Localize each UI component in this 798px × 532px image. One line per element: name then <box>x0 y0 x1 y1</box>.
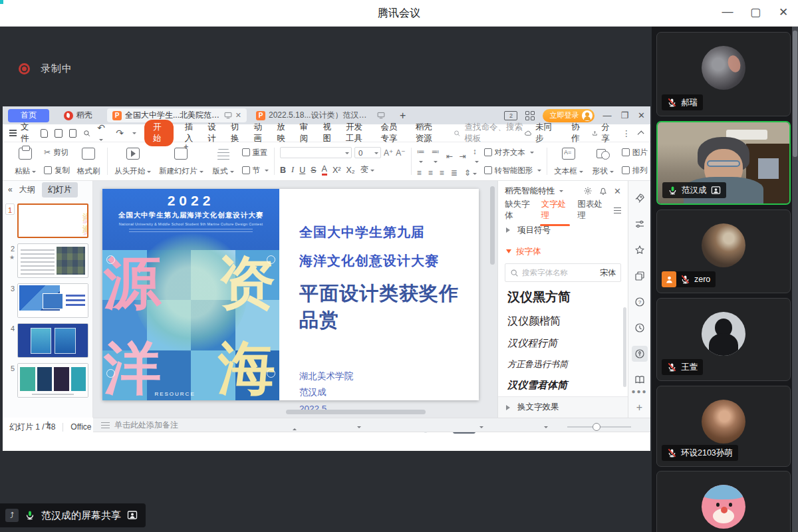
smart-graphic-button[interactable]: 转智能图形 <box>484 165 542 176</box>
close-panel-icon[interactable]: ✕ <box>614 186 621 196</box>
text-direction-icon[interactable]: ↕ <box>473 147 479 166</box>
copy-button[interactable]: 复制 <box>44 165 70 176</box>
tab-missing-fonts[interactable]: 缺失字体 <box>505 199 532 221</box>
bullet-list-icon[interactable]: ≔ <box>417 147 425 166</box>
bullets-section[interactable]: 项目符号 <box>498 219 628 241</box>
workspace-grid-icon[interactable] <box>525 111 535 120</box>
text-effect-section[interactable]: 换文字效果 <box>498 396 628 418</box>
current-slide[interactable]: 2022 全国大中学生第九届海洋文化创意设计大赛 National Univer… <box>102 189 479 400</box>
history-icon[interactable] <box>632 320 648 336</box>
more-tools-icon[interactable]: ●●● <box>631 388 647 395</box>
arrange-button[interactable]: 排列 <box>622 165 650 176</box>
output-icon[interactable] <box>55 129 63 138</box>
undo-button[interactable]: ↶ <box>97 122 109 144</box>
by-font-section[interactable]: 按字体 <box>498 241 628 262</box>
share-arrow-icon[interactable]: ⤴ <box>5 509 19 522</box>
font-item[interactable]: 汉仪程行简 <box>507 337 618 350</box>
save-icon[interactable] <box>41 129 49 138</box>
panel-menu-icon[interactable] <box>614 207 621 213</box>
font-search-input[interactable] <box>522 269 597 277</box>
docer-panel-icon[interactable] <box>632 346 648 362</box>
tab-chart-processing[interactable]: 图表处理 <box>578 199 605 221</box>
collapse-panel-icon[interactable]: « <box>8 185 13 194</box>
slide-thumbnail-3[interactable] <box>17 283 88 318</box>
canvas-horizontal-scrollbar[interactable] <box>286 410 426 414</box>
panel-scrollbar[interactable] <box>623 307 626 387</box>
redo-button[interactable]: ↷ <box>116 128 124 138</box>
menu-view[interactable]: 视图 <box>323 122 334 144</box>
window-arrange-icon[interactable]: 2 <box>504 111 517 120</box>
menu-devtools[interactable]: 开发工具 <box>346 122 369 144</box>
slide-thumbnail-1[interactable] <box>17 203 88 238</box>
decrease-font-icon[interactable]: A⁻ <box>396 148 405 158</box>
line-spacing-icon[interactable]: ⇕ <box>464 168 477 178</box>
slide-thumbnail-5[interactable] <box>17 363 88 398</box>
more-menu-icon[interactable]: ⋮ <box>622 128 630 138</box>
help-icon[interactable] <box>632 294 648 310</box>
layout-button[interactable]: 版式 <box>210 145 237 178</box>
menu-docer-resource[interactable]: 稻壳资源 <box>416 122 439 144</box>
font-item[interactable]: 方正鲁迅行书简 <box>507 358 618 370</box>
text-box-button[interactable]: 文本框 <box>553 145 585 178</box>
wps-minimize-button[interactable]: — <box>602 110 611 120</box>
zoom-slider[interactable] <box>567 426 631 428</box>
login-button[interactable]: 立即登录 <box>543 109 595 122</box>
more-caret-icon[interactable] <box>132 132 136 136</box>
format-painter-button[interactable]: 格式刷 <box>75 145 102 178</box>
picture-button[interactable]: 图片 <box>622 147 650 158</box>
menu-slideshow[interactable]: 放映 <box>277 122 289 144</box>
participant-tile[interactable]: 环设2103赵瑜 <box>656 471 791 532</box>
font-color-button[interactable]: A <box>322 164 327 176</box>
wps-close-button[interactable]: ✕ <box>638 110 645 120</box>
subscript-button[interactable]: X₂ <box>346 166 354 175</box>
add-tool-icon[interactable]: + <box>636 402 642 414</box>
wps-restore-button[interactable]: ❐ <box>620 110 628 120</box>
preview-icon[interactable] <box>83 129 90 138</box>
superscript-button[interactable]: X² <box>332 166 341 175</box>
maximize-button[interactable]: ▢ <box>749 5 762 19</box>
menu-insert[interactable]: 插入 <box>185 122 197 144</box>
menu-review[interactable]: 审阅 <box>300 122 312 144</box>
bell-icon[interactable] <box>598 186 608 196</box>
minimize-button[interactable]: — <box>721 5 734 19</box>
quick-tools-icon[interactable] <box>632 190 648 206</box>
notes-bar[interactable]: 单击此处添加备注 <box>93 418 650 432</box>
add-slide-button[interactable]: + <box>45 418 51 430</box>
reference-icon[interactable] <box>632 372 648 388</box>
share-button[interactable]: 分享 <box>592 122 612 144</box>
play-options-caret[interactable] <box>479 426 483 430</box>
slide-thumbnail-4[interactable] <box>17 323 88 358</box>
command-search[interactable]: 查找命令、搜索模板 <box>454 122 525 144</box>
close-tab-icon[interactable]: ✕ <box>235 111 241 120</box>
sidebar-scrollbar[interactable] <box>792 27 798 532</box>
tab-docer[interactable]: 稻壳 <box>53 110 103 121</box>
slide-canvas[interactable]: 2022 全国大中学生第九届海洋文化创意设计大赛 National Univer… <box>93 181 497 418</box>
print-icon[interactable] <box>69 129 77 138</box>
sync-status[interactable]: 未同步 <box>525 122 553 144</box>
font-family-select[interactable] <box>280 147 352 158</box>
effects-icon[interactable] <box>632 242 648 258</box>
outline-tab[interactable]: 大纲 <box>19 184 35 196</box>
slide-thumbnail-2[interactable] <box>17 243 88 278</box>
number-list-icon[interactable]: ≕ <box>432 147 440 166</box>
menu-start[interactable]: 开始 <box>144 120 174 146</box>
tab-home[interactable]: 首页 <box>8 109 49 122</box>
panel-title-caret-icon[interactable] <box>559 190 563 194</box>
font-filter[interactable]: 宋体 <box>600 267 616 279</box>
canvas-vertical-scrollbar[interactable] <box>490 186 495 265</box>
increase-font-icon[interactable]: A⁺ <box>384 148 393 158</box>
new-slide-button[interactable]: 新建幻灯片 <box>158 145 205 178</box>
section-button[interactable]: 节 <box>242 165 269 176</box>
participant-tile[interactable]: 范汉成 <box>656 121 791 205</box>
font-item[interactable]: 汉仪雪君体简 <box>507 379 618 392</box>
font-search-box[interactable]: 宋体 <box>505 263 621 282</box>
increase-indent-icon[interactable]: ⇥ <box>460 152 466 161</box>
align-text-button[interactable]: 对齐文本 <box>484 147 542 158</box>
font-item[interactable]: 汉仪颜楷简 <box>507 315 618 329</box>
properties-icon[interactable] <box>632 216 648 232</box>
decrease-indent-icon[interactable]: ⇤ <box>446 152 453 161</box>
participant-tile[interactable]: 环设2103孙萌 <box>656 386 791 467</box>
shapes-button[interactable]: 形状 <box>590 145 616 178</box>
tab-text-processing[interactable]: 文字处理 <box>541 199 569 221</box>
text-effect-button[interactable]: 变 <box>360 164 375 176</box>
